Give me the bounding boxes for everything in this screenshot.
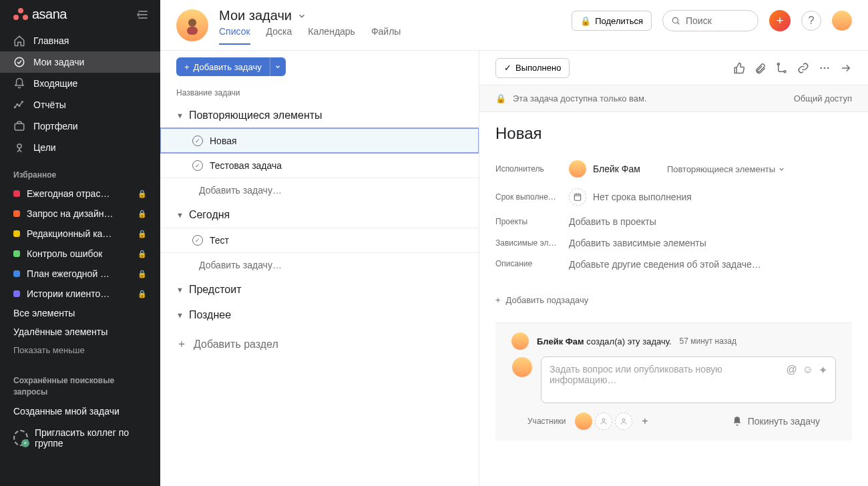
invite-team-button[interactable]: Пригласить коллег по группе <box>0 421 160 455</box>
sidebar-deleted[interactable]: Удалённые элементы <box>0 322 160 341</box>
add-collaborator[interactable] <box>595 413 612 430</box>
description-label: Описание <box>495 259 569 268</box>
svg-point-4 <box>22 101 23 103</box>
add-dependencies[interactable]: Добавить зависимые элементы <box>569 238 706 248</box>
mark-complete-button[interactable]: ✓ Выполнено <box>495 58 570 78</box>
plus-icon: + <box>777 14 784 28</box>
avatar <box>511 332 529 350</box>
search-input[interactable]: Поиск <box>662 10 758 31</box>
sidebar-item-home[interactable]: Главная <box>0 30 160 51</box>
sidebar-all-items[interactable]: Все элементы <box>0 304 160 322</box>
sidebar-item-portfolios[interactable]: Портфели <box>0 115 160 137</box>
sidebar-item-label: Главная <box>33 35 69 46</box>
share-button[interactable]: 🔒 Поделиться <box>572 11 652 31</box>
description-placeholder[interactable]: Добавьте другие сведения об этой задаче… <box>569 259 761 270</box>
tab-list[interactable]: Список <box>219 26 250 45</box>
mention-icon[interactable]: @ <box>786 364 797 376</box>
favorite-item[interactable]: Контроль ошибок🔒 <box>0 244 160 264</box>
detail-footer: Участники + Покинуть задачу <box>511 403 836 441</box>
check-circle-icon <box>13 56 25 68</box>
task-row[interactable]: ✓ Тестовая задача <box>160 153 479 178</box>
profile-avatar[interactable] <box>176 9 208 41</box>
assignee-label: Исполнитель <box>495 164 569 174</box>
collaborator-avatar[interactable] <box>575 413 592 430</box>
asana-logo[interactable]: asana <box>13 7 67 22</box>
sidebar-item-inbox[interactable]: Входящие <box>0 73 160 94</box>
create-button[interactable]: + <box>769 10 791 31</box>
complete-checkbox[interactable]: ✓ <box>192 235 203 246</box>
add-task-inline[interactable]: Добавить задачу… <box>160 178 479 202</box>
lock-icon: 🔒 <box>138 190 147 198</box>
section-header[interactable]: ▼ Позднее <box>160 302 479 328</box>
tab-board[interactable]: Доска <box>266 26 292 45</box>
task-detail-pane: ✓ Выполнено 🔒 Эта задача доступна только… <box>479 51 868 486</box>
section-name: Сегодня <box>189 209 230 221</box>
activity-feed: Блейк Фам создал(а) эту задачу. 57 минут… <box>495 322 852 441</box>
more-icon[interactable] <box>819 62 831 74</box>
sidebar-item-label: Мои задачи <box>33 57 84 67</box>
help-button[interactable]: ? <box>801 11 821 31</box>
svg-point-7 <box>188 19 196 27</box>
add-section-button[interactable]: ＋ Добавить раздел <box>160 328 479 360</box>
favorite-item[interactable]: Запрос на дизайн…🔒 <box>0 204 160 224</box>
favorite-item[interactable]: План ежегодной …🔒 <box>0 264 160 284</box>
svg-point-11 <box>784 70 786 72</box>
lock-icon: 🔒 <box>580 16 591 26</box>
sidebar-created-by-me[interactable]: Созданные мной задачи <box>0 402 160 421</box>
sidebar-show-less[interactable]: Показать меньше <box>0 341 160 359</box>
column-header-name: Название задачи <box>160 83 479 103</box>
search-icon <box>671 16 680 25</box>
banner-share-link[interactable]: Общий доступ <box>794 93 852 103</box>
favorite-item[interactable]: Редакционный ка…🔒 <box>0 224 160 244</box>
task-row[interactable]: ✓ Тест <box>160 228 479 252</box>
add-collaborator[interactable] <box>615 413 632 430</box>
privacy-banner: 🔒 Эта задача доступна только вам. Общий … <box>479 85 868 112</box>
chevron-down-icon[interactable] <box>297 11 306 21</box>
sidebar-item-reports[interactable]: Отчёты <box>0 94 160 115</box>
section-selector[interactable]: Повторяющиеся элементы <box>667 164 785 174</box>
attachment-icon[interactable] <box>754 62 767 74</box>
section-header[interactable]: ▼ Повторяющиеся элементы <box>160 103 479 128</box>
sidebar-item-my-tasks[interactable]: Мои задачи <box>0 51 160 73</box>
sidebar-item-label: Отчёты <box>33 99 66 110</box>
add-collaborator-plus[interactable]: + <box>642 415 648 427</box>
tab-files[interactable]: Файлы <box>371 26 401 45</box>
favorite-item[interactable]: Ежегодная отрас…🔒 <box>0 184 160 204</box>
complete-checkbox[interactable]: ✓ <box>192 160 203 171</box>
user-avatar[interactable] <box>832 11 852 31</box>
star-icon[interactable]: ✦ <box>819 364 827 377</box>
caret-down-icon: ▼ <box>176 111 184 119</box>
add-subtask-button[interactable]: + Добавить подзадачу <box>495 295 852 305</box>
task-row[interactable]: ✓ Новая <box>160 128 479 153</box>
assignee-value[interactable]: Блейк Фам <box>569 160 640 178</box>
svg-point-3 <box>19 105 20 107</box>
add-task-inline[interactable]: Добавить задачу… <box>160 252 479 277</box>
tab-calendar[interactable]: Календарь <box>308 26 355 45</box>
close-panel-icon[interactable] <box>840 62 852 74</box>
bell-icon <box>13 77 25 89</box>
add-task-button[interactable]: + Добавить задачу <box>176 57 270 76</box>
add-task-dropdown[interactable] <box>270 57 286 76</box>
add-section-label: Добавить раздел <box>194 338 278 350</box>
calendar-icon <box>569 188 586 206</box>
saved-searches-heading: Сохранённые поисковые запросы <box>0 367 160 402</box>
plus-icon: + <box>184 62 190 72</box>
search-placeholder: Поиск <box>686 15 712 26</box>
like-icon[interactable] <box>733 62 745 74</box>
subtask-icon[interactable] <box>776 62 788 74</box>
collapse-sidebar-icon[interactable] <box>136 8 150 21</box>
link-icon[interactable] <box>797 62 809 74</box>
svg-point-16 <box>602 419 605 421</box>
leave-task-button[interactable]: Покинуть задачу <box>732 416 820 427</box>
favorite-item[interactable]: Истории клиенто…🔒 <box>0 284 160 304</box>
due-date-value[interactable]: Нет срока выполнения <box>569 188 692 206</box>
emoji-icon[interactable]: ☺ <box>803 364 813 376</box>
comment-input[interactable]: Задать вопрос или опубликовать новую инф… <box>541 356 836 403</box>
complete-checkbox[interactable]: ✓ <box>192 136 203 146</box>
section-header[interactable]: ▼ Сегодня <box>160 202 479 228</box>
section-header[interactable]: ▼ Предстоит <box>160 277 479 302</box>
add-to-projects[interactable]: Добавить в проекты <box>569 216 656 227</box>
sidebar-item-goals[interactable]: Цели <box>0 137 160 158</box>
task-title[interactable]: Новая <box>495 124 852 143</box>
collaborators-label: Участники <box>527 417 566 426</box>
